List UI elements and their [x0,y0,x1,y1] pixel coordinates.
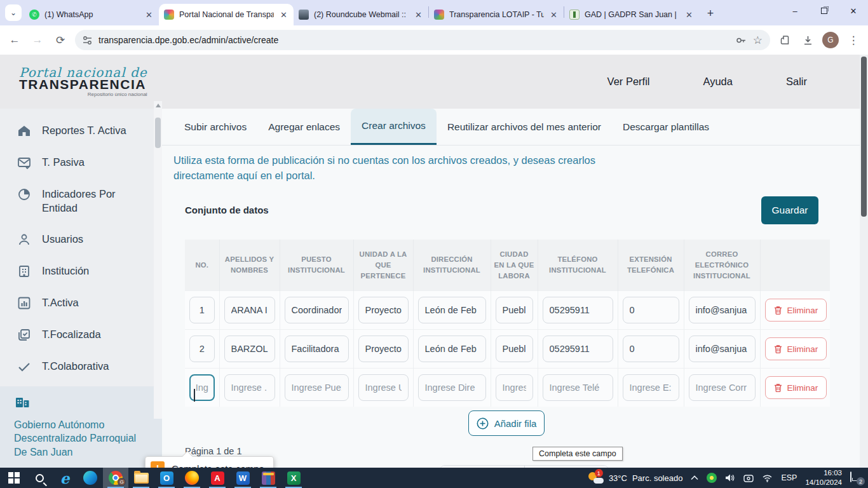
puesto-input[interactable] [285,336,349,362]
sidebar-item-usuarios[interactable]: Usuarios [0,224,162,255]
sidebar-entity-active[interactable]: Gobierno Autónomo Descentralizado Parroq… [0,386,162,468]
apellidos-input[interactable] [224,374,275,401]
profile-avatar[interactable]: G [822,32,839,48]
scroll-up-arrow[interactable] [156,104,161,107]
page-scroll-thumb[interactable] [861,57,867,217]
tab-close-icon[interactable]: ✕ [414,10,423,20]
browser-tab-portal[interactable]: Portal Nacional de Transpare ✕ [159,4,294,25]
language-indicator[interactable]: ESP [781,473,797,482]
bookmark-star-icon[interactable]: ☆ [753,34,763,47]
ciudad-input[interactable] [496,374,533,401]
browser-tab-roundcube[interactable]: (2) Roundcube Webmail :: E ✕ [294,4,428,25]
tab-close-icon[interactable]: ✕ [684,10,694,20]
direccion-input[interactable] [418,374,486,401]
view-profile-link[interactable]: Ver Perfil [607,76,650,88]
telefono-input[interactable] [543,374,613,401]
close-button[interactable]: ✕ [839,0,868,22]
logout-link[interactable]: Salir [786,76,807,88]
no-input-focused[interactable] [189,374,215,401]
sidebar-item-tactiva[interactable]: T.Activa [0,287,162,319]
direccion-input[interactable] [418,297,486,323]
sidebar-scrollbar[interactable] [154,101,162,419]
volume-icon[interactable] [725,473,735,482]
forward-button[interactable]: → [29,32,46,48]
delete-row-button[interactable]: Eliminar [765,299,827,322]
add-row-button[interactable]: Añadir fila [468,410,545,436]
delete-row-button[interactable]: Eliminar [765,376,827,399]
tab-descargar-plantillas[interactable]: Descargar plantillas [612,109,720,145]
notification-center-icon[interactable]: 2 [850,472,863,484]
reload-button[interactable]: ⟳ [52,32,69,48]
taskbar-internet-explorer[interactable]: e [52,468,78,488]
meet-now-icon[interactable] [743,474,754,482]
previous-page-button[interactable]: ‹ Anterior [440,466,525,468]
next-page-button[interactable]: Siguiente › [525,466,609,468]
telefono-input[interactable] [543,336,613,362]
minimize-button[interactable]: – [780,0,810,22]
puesto-input[interactable] [285,374,349,401]
tab-close-icon[interactable]: ✕ [549,10,559,20]
taskbar-file-explorer[interactable] [128,468,154,488]
tab-reutilizar-archivos[interactable]: Reutilizar archivos del mes anterior [437,109,612,145]
page-scrollbar[interactable] [860,55,868,468]
site-settings-icon[interactable] [83,36,92,45]
taskbar-search-button[interactable] [27,468,52,488]
puesto-input[interactable] [285,297,349,323]
tab-search-button[interactable]: ⌄ [5,4,22,21]
address-bar[interactable]: transparencia.dpe.gob.ec/admin/active/cr… [75,30,770,50]
weather-widget[interactable]: 1 33°C Parc. soleado [586,472,683,484]
ciudad-input[interactable] [496,297,533,323]
apellidos-input[interactable] [224,336,275,362]
correo-input[interactable] [689,374,756,401]
password-key-icon[interactable] [736,35,747,46]
tab-agregar-enlaces[interactable]: Agregar enlaces [257,109,351,145]
taskbar-chrome[interactable]: G [103,468,128,488]
antivirus-icon[interactable] [707,473,717,483]
download-icon[interactable] [799,32,816,48]
clock[interactable]: 16:03 14/10/2024 [805,468,842,487]
tab-close-icon[interactable]: ✕ [279,10,288,20]
taskbar-outlook[interactable]: O [154,468,179,488]
sidebar-item-reportes[interactable]: Reportes T. Activa [0,115,162,147]
unidad-input[interactable] [358,336,409,362]
taskbar-firefox[interactable] [179,468,205,488]
tab-crear-archivos[interactable]: Crear archivos [351,109,437,145]
url-text[interactable]: transparencia.dpe.gob.ec/admin/active/cr… [98,35,729,45]
tab-subir-archivos[interactable]: Subir archivos [173,109,257,145]
no-input[interactable] [189,336,215,362]
correo-input[interactable] [689,336,756,362]
start-button[interactable] [1,468,27,488]
unidad-input[interactable] [358,374,409,401]
extension-input[interactable] [623,297,679,323]
no-input[interactable] [189,297,215,323]
ciudad-input[interactable] [496,336,533,362]
apellidos-input[interactable] [224,297,275,323]
help-link[interactable]: Ayuda [703,76,733,88]
restore-button[interactable] [810,0,839,22]
direccion-input[interactable] [418,336,486,362]
taskbar-word[interactable]: W [230,468,255,488]
extension-input[interactable] [623,374,679,401]
save-button[interactable]: Guardar [761,196,818,224]
new-tab-button[interactable]: + [702,4,719,22]
sidebar-item-institucion[interactable]: Institución [0,255,162,287]
taskbar-winrar[interactable] [255,468,281,488]
tray-expand-chevron-icon[interactable] [691,475,698,480]
extensions-icon[interactable] [776,32,793,48]
sidebar-item-indicadores[interactable]: Indicadores Por Entidad [0,179,162,224]
wifi-icon[interactable] [762,474,773,482]
telefono-input[interactable] [543,297,613,323]
browser-tab-gad[interactable]: GAD | GADPR San Juan | ✕ [564,4,699,25]
correo-input[interactable] [689,297,756,323]
extension-input[interactable] [623,336,679,362]
tab-close-icon[interactable]: ✕ [144,10,154,20]
browser-tab-whatsapp[interactable]: ✆ (1) WhatsApp ✕ [24,4,159,25]
sidebar-item-tcolaborativa[interactable]: T.Colaborativa [0,351,162,383]
unidad-input[interactable] [358,297,409,323]
back-button[interactable]: ← [6,32,23,48]
menu-kebab-icon[interactable]: ⋮ [845,32,862,48]
sidebar-item-tfocalizada[interactable]: T.Focalizada [0,319,162,351]
taskbar-edge[interactable] [78,468,103,488]
taskbar-excel[interactable]: X [281,468,306,488]
sidebar-item-pasiva[interactable]: T. Pasiva [0,147,162,179]
